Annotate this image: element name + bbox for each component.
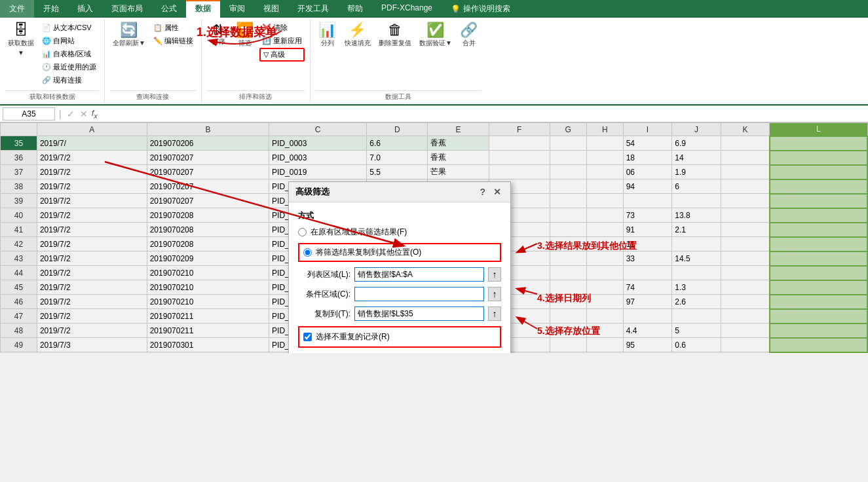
btn-remove-dup[interactable]: 🗑 删除重复值 bbox=[376, 22, 414, 49]
btn-get-data-label: 获取数据 bbox=[8, 39, 34, 48]
btn-flash-fill[interactable]: ⚡ 快速填充 bbox=[342, 22, 373, 49]
btn-sort-label: 排序 bbox=[212, 37, 225, 46]
cell-reference-input[interactable] bbox=[3, 107, 55, 120]
btn-split[interactable]: 📊 分列 bbox=[316, 22, 339, 49]
btn-reapply[interactable]: 🔃 重新应用 bbox=[259, 35, 305, 47]
btn-clear-label: 清除 bbox=[273, 23, 288, 33]
group-sort-label: 排序和筛选 bbox=[207, 90, 305, 103]
dialog-title-bar: 高级筛选 ? ✕ bbox=[289, 182, 510, 202]
btn-refresh-all[interactable]: 🔄 全部刷新▼ bbox=[110, 22, 148, 49]
clear-icon: ❌ bbox=[262, 24, 271, 32]
dialog-body: 方式 在原有区域显示筛选结果(F) 将筛选结果复制到其他位置(O) 列表区域(L… bbox=[289, 202, 510, 353]
tab-insert[interactable]: 插入 bbox=[68, 0, 102, 18]
radio-selected-box: 将筛选结果复制到其他位置(O) bbox=[298, 243, 501, 262]
btn-edit-link[interactable]: ✏️ 编辑链接 bbox=[151, 35, 196, 47]
ribbon-tab-bar: 文件 开始 插入 页面布局 公式 数据 审阅 视图 开发工具 帮助 PDF-XC… bbox=[0, 0, 868, 18]
tab-search[interactable]: 💡 操作说明搜索 bbox=[442, 0, 519, 18]
fx-icon: fx bbox=[92, 108, 98, 120]
reapply-icon: 🔃 bbox=[262, 37, 271, 45]
tab-review[interactable]: 审阅 bbox=[220, 0, 254, 18]
radio-show-inplace[interactable] bbox=[298, 228, 307, 236]
group-get-transform-label: 获取和转换数据 bbox=[5, 90, 99, 103]
field-copyto-expand-btn[interactable]: ↑ bbox=[488, 306, 501, 321]
btn-get-data[interactable]: 🗄 获取数据 ▼ bbox=[5, 22, 37, 58]
tab-dev[interactable]: 开发工具 bbox=[288, 0, 338, 18]
tab-help[interactable]: 帮助 bbox=[338, 0, 372, 18]
tab-data[interactable]: 数据 bbox=[186, 0, 220, 18]
btn-from-table[interactable]: 📊 自表格/区域 bbox=[39, 48, 99, 60]
refresh-icon: 🔄 bbox=[120, 23, 138, 37]
text-icon: 📄 bbox=[42, 24, 51, 32]
btn-from-web[interactable]: 🌐 自网站 bbox=[39, 35, 99, 47]
cross-icon[interactable]: ✕ bbox=[79, 109, 89, 119]
field-criteria-input[interactable] bbox=[354, 287, 484, 301]
clock-icon: 🕐 bbox=[42, 63, 51, 71]
tab-layout[interactable]: 页面布局 bbox=[102, 0, 152, 18]
btn-filter[interactable]: 🔽 筛选 bbox=[233, 22, 257, 49]
field-list-input[interactable] bbox=[354, 267, 484, 282]
tab-view[interactable]: 视图 bbox=[254, 0, 288, 18]
tab-formula[interactable]: 公式 bbox=[152, 0, 186, 18]
btn-reapply-label: 重新应用 bbox=[273, 36, 302, 46]
dialog-section-label: 方式 bbox=[298, 210, 501, 221]
btn-flash-label: 快速填充 bbox=[345, 39, 371, 48]
col-filter-options: ❌ 清除 🔃 重新应用 ▽ 高级 bbox=[259, 22, 305, 62]
btn-from-text-label: 从文本/CSV bbox=[53, 23, 92, 33]
btn-remove-dup-label: 删除重复值 bbox=[379, 39, 411, 48]
ribbon: 文件 开始 插入 页面布局 公式 数据 审阅 视图 开发工具 帮助 PDF-XC… bbox=[0, 0, 868, 106]
btn-edit-link-label: 编辑链接 bbox=[164, 36, 193, 46]
field-criteria-expand-btn[interactable]: ↑ bbox=[488, 287, 501, 301]
tab-home[interactable]: 开始 bbox=[34, 0, 68, 18]
formula-input[interactable] bbox=[100, 108, 865, 120]
btn-refresh-label: 全部刷新▼ bbox=[113, 39, 145, 48]
tab-pdf[interactable]: PDF-XChange bbox=[372, 0, 442, 18]
flash-icon: ⚡ bbox=[349, 23, 366, 37]
search-icon: 💡 bbox=[451, 5, 461, 14]
btn-properties[interactable]: 📋 属性 bbox=[151, 22, 196, 34]
dialog-close-btn[interactable]: ✕ bbox=[491, 187, 504, 197]
checkbox-unique-label[interactable]: 选择不重复的记录(R) bbox=[316, 331, 390, 343]
btn-from-table-label: 自表格/区域 bbox=[53, 49, 91, 59]
validate-icon: ✅ bbox=[426, 23, 444, 37]
btn-merge[interactable]: 🔗 合并 bbox=[457, 22, 481, 49]
btn-advanced[interactable]: ▽ 高级 bbox=[259, 48, 305, 62]
filter-icon: 🔽 bbox=[236, 23, 254, 37]
group-data-tools-content: 📊 分列 ⚡ 快速填充 🗑 删除重复值 ✅ 数据验证▼ bbox=[316, 19, 481, 89]
formula-bar: | ✓ ✕ fx bbox=[0, 106, 868, 122]
field-copyto-label: 复制到(T): bbox=[298, 308, 350, 320]
radio-copy-to-other-label[interactable]: 将筛选结果复制到其他位置(O) bbox=[316, 247, 421, 258]
btn-recent-label: 最近使用的源 bbox=[53, 62, 96, 72]
btn-split-label: 分列 bbox=[321, 39, 334, 48]
btn-existing[interactable]: 🔗 现有连接 bbox=[39, 74, 99, 86]
checkbox-unique-records[interactable] bbox=[303, 333, 312, 341]
group-get-transform-content: 🗄 获取数据 ▼ 📄 从文本/CSV 🌐 自网站 bbox=[5, 19, 99, 89]
field-row-list: 列表区域(L): ↑ bbox=[298, 267, 501, 282]
radio-show-inplace-label[interactable]: 在原有区域显示筛选结果(F) bbox=[311, 227, 407, 238]
radio-copy-to-other[interactable] bbox=[303, 248, 312, 257]
btn-advanced-label: 高级 bbox=[271, 50, 285, 60]
col-import: 📄 从文本/CSV 🌐 自网站 📊 自表格/区域 🕐 bbox=[39, 22, 99, 86]
ribbon-body: 🗄 获取数据 ▼ 📄 从文本/CSV 🌐 自网站 bbox=[0, 18, 868, 105]
group-data-tools-label: 数据工具 bbox=[316, 90, 481, 103]
group-query-label: 查询和连接 bbox=[110, 90, 196, 103]
merge-icon: 🔗 bbox=[460, 23, 478, 37]
dialog-help-btn[interactable]: ? bbox=[477, 187, 488, 197]
field-copyto-input[interactable] bbox=[354, 306, 484, 321]
tab-file[interactable]: 文件 bbox=[0, 0, 34, 18]
btn-from-text[interactable]: 📄 从文本/CSV bbox=[39, 22, 99, 34]
field-list-expand-btn[interactable]: ↑ bbox=[488, 267, 501, 282]
btn-clear[interactable]: ❌ 清除 bbox=[259, 22, 305, 34]
btn-validate[interactable]: ✅ 数据验证▼ bbox=[417, 22, 455, 49]
group-data-tools: 📊 分列 ⚡ 快速填充 🗑 删除重复值 ✅ 数据验证▼ bbox=[311, 19, 486, 103]
btn-sort[interactable]: ⇅ 排序 bbox=[207, 22, 231, 48]
col-query: 📋 属性 ✏️ 编辑链接 bbox=[151, 22, 196, 47]
group-sort: ⇅ 排序 🔽 筛选 ❌ 清除 🔃 重新应用 bbox=[202, 19, 311, 103]
radio-row-2: 将筛选结果复制到其他位置(O) bbox=[303, 247, 496, 258]
web-icon: 🌐 bbox=[42, 37, 51, 45]
btn-recent[interactable]: 🕐 最近使用的源 bbox=[39, 61, 99, 73]
checkbox-row-unique: 选择不重复的记录(R) bbox=[298, 326, 501, 348]
spreadsheet-container: A B C D E F G H I J K L 352019/7/2019070… bbox=[0, 122, 868, 353]
check-icon[interactable]: ✓ bbox=[66, 109, 76, 119]
field-row-criteria: 条件区域(C): ↑ bbox=[298, 287, 501, 301]
dialog-title-text: 高级筛选 bbox=[295, 186, 330, 198]
